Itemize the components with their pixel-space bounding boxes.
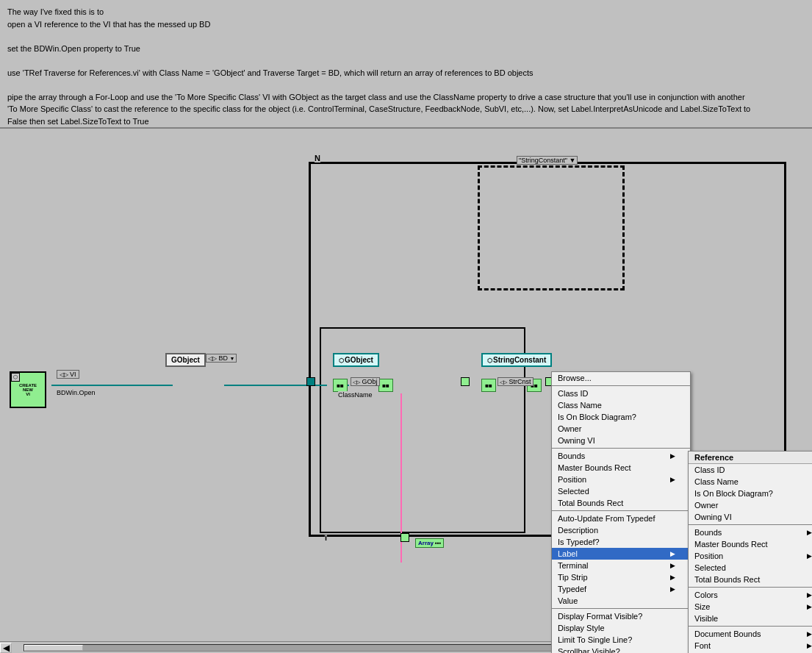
bd-text: BD bbox=[219, 354, 229, 362]
bd-dropdown: ▼ bbox=[230, 356, 235, 361]
menu-selected[interactable]: Selected bbox=[552, 485, 690, 497]
ref-class-id[interactable]: Class ID bbox=[689, 464, 812, 476]
ref-bounds-arrow-icon: ▶ bbox=[807, 529, 812, 536]
menu-display-style-label: Display Style bbox=[558, 624, 605, 632]
menu-scrollbar-visible-label: Scrollbar Visible? bbox=[558, 647, 620, 653]
menu-display-format-visible[interactable]: Display Format Visible? bbox=[552, 610, 690, 622]
ref-class-name-label: Class Name bbox=[694, 477, 739, 486]
ref-visible[interactable]: Visible bbox=[689, 613, 812, 624]
ref-sep-2 bbox=[689, 587, 812, 588]
menu-browse-label: Browse... bbox=[558, 374, 592, 382]
tunnel-2 bbox=[461, 377, 470, 386]
create-new-vi-label: CREATENEWVI bbox=[19, 383, 37, 396]
ref-sep-3 bbox=[689, 626, 812, 627]
ref-colors[interactable]: Colors ▶ bbox=[689, 589, 812, 601]
tunnel-1 bbox=[306, 377, 315, 386]
vi-arrow: ◁▷ bbox=[60, 371, 68, 378]
menu-limit-single-line[interactable]: Limit To Single Line? bbox=[552, 634, 690, 646]
top-text-area: The way I've fixed this is to open a VI … bbox=[0, 0, 812, 129]
menu-tip-strip[interactable]: Tip Strip ▶ bbox=[552, 571, 690, 583]
diagram-area: N i "StringConstant" ▼ CREATENEWVI ⬡ ◁▷ … bbox=[0, 129, 812, 653]
menu-owning-vi-label: Owning VI bbox=[558, 436, 595, 445]
ref-total-bounds[interactable]: Total Bounds Rect bbox=[689, 574, 812, 585]
ref-size-arrow-icon: ▶ bbox=[807, 603, 812, 610]
text-line-4: set the BDWin.Open property to True bbox=[7, 43, 805, 55]
ref-position[interactable]: Position ▶ bbox=[689, 550, 812, 562]
text-line-3 bbox=[7, 30, 805, 43]
gobject-text-1: GObject bbox=[171, 356, 200, 364]
menu-limit-single-line-label: Limit To Single Line? bbox=[558, 635, 632, 644]
menu-owner[interactable]: Owner bbox=[552, 423, 690, 435]
stringconstant-node[interactable]: ⬡StringConstant bbox=[481, 353, 552, 367]
ref-bounds-label: Bounds bbox=[694, 528, 722, 537]
menu-label-label: Label bbox=[558, 549, 578, 558]
menu-auto-update[interactable]: Auto-Update From Typedef bbox=[552, 513, 690, 524]
menu-class-id[interactable]: Class ID bbox=[552, 388, 690, 399]
ref-document-bounds[interactable]: Document Bounds ▶ bbox=[689, 628, 812, 640]
menu-typedef[interactable]: Typedef ▶ bbox=[552, 583, 690, 595]
gobject-terminal-left-1: ■■ bbox=[333, 379, 348, 392]
menu-owning-vi[interactable]: Owning VI bbox=[552, 435, 690, 446]
menu-total-bounds-label: Total Bounds Rect bbox=[558, 499, 623, 507]
menu-owner-label: Owner bbox=[558, 424, 581, 433]
vi-label-block: ◁▷ VI bbox=[57, 370, 79, 379]
ref-is-on-bd-label: Is On Block Diagram? bbox=[694, 489, 773, 498]
menu-display-format-visible-label: Display Format Visible? bbox=[558, 612, 642, 621]
ref-owning-vi[interactable]: Owning VI bbox=[689, 511, 812, 523]
vi-icon-small: ⬡ bbox=[11, 373, 20, 382]
ref-bounds[interactable]: Bounds ▶ bbox=[689, 527, 812, 538]
ref-total-bounds-label: Total Bounds Rect bbox=[694, 575, 760, 584]
terminal-arrow-icon: ▶ bbox=[670, 562, 675, 569]
ref-selected[interactable]: Selected bbox=[689, 562, 812, 574]
menu-display-style[interactable]: Display Style bbox=[552, 622, 690, 634]
text-line-6: use 'TRef Traverse for References.vi' wi… bbox=[7, 67, 805, 79]
create-new-vi-icon[interactable]: CREATENEWVI ⬡ bbox=[10, 371, 46, 408]
text-line-5 bbox=[7, 54, 805, 67]
menu-master-bounds-label: Master Bounds Rect bbox=[558, 463, 631, 472]
text-line-7 bbox=[7, 79, 805, 91]
gobject-node-1-text: GObject bbox=[345, 356, 373, 364]
ref-doc-bounds-arrow-icon: ▶ bbox=[807, 630, 812, 638]
i-label: i bbox=[325, 533, 327, 542]
ref-is-on-bd[interactable]: Is On Block Diagram? bbox=[689, 488, 812, 499]
typedef-arrow-icon: ▶ bbox=[670, 585, 675, 593]
menu-is-on-bd-label: Is On Block Diagram? bbox=[558, 413, 636, 421]
menu-bounds[interactable]: Bounds ▶ bbox=[552, 450, 690, 462]
menu-master-bounds[interactable]: Master Bounds Rect bbox=[552, 462, 690, 474]
ref-size[interactable]: Size ▶ bbox=[689, 601, 812, 613]
ref-class-name[interactable]: Class Name bbox=[689, 476, 812, 488]
text-line-9: 'To More Specific Class' to cast the ref… bbox=[7, 103, 805, 115]
menu-class-name[interactable]: Class Name bbox=[552, 399, 690, 411]
menu-class-id-label: Class ID bbox=[558, 389, 589, 398]
menu-is-typedef[interactable]: Is Typedef? bbox=[552, 536, 690, 548]
menu-value[interactable]: Value bbox=[552, 595, 690, 607]
gobj-label: ◁▷ GObj bbox=[351, 377, 380, 386]
menu-class-name-label: Class Name bbox=[558, 401, 602, 410]
scrollbar-left-btn[interactable]: ◀ bbox=[0, 643, 12, 653]
menu-terminal[interactable]: Terminal ▶ bbox=[552, 560, 690, 571]
menu-total-bounds[interactable]: Total Bounds Rect bbox=[552, 497, 690, 509]
ref-owner[interactable]: Owner bbox=[689, 499, 812, 511]
ref-owning-vi-label: Owning VI bbox=[694, 513, 732, 521]
menu-description[interactable]: Description bbox=[552, 524, 690, 536]
menu-position[interactable]: Position ▶ bbox=[552, 474, 690, 485]
ref-font[interactable]: Font ▶ bbox=[689, 640, 812, 652]
menu-is-on-bd[interactable]: Is On Block Diagram? bbox=[552, 411, 690, 423]
menu-browse[interactable]: Browse... bbox=[552, 372, 690, 384]
menu-bounds-label: Bounds bbox=[558, 452, 585, 460]
gobject-node-1[interactable]: ⬡GObject bbox=[333, 353, 379, 367]
ref-selected-label: Selected bbox=[694, 563, 726, 572]
stringconstant-node-text: StringConstant bbox=[493, 356, 546, 364]
menu-label[interactable]: Label ▶ bbox=[552, 548, 690, 560]
array-text: Array bbox=[418, 540, 434, 546]
text-line-10: False then set Label.SizeToText to True bbox=[7, 115, 805, 128]
context-menu-primary: Browse... Class ID Class Name Is On Bloc… bbox=[551, 371, 691, 653]
bdwin-open-label: BDWin.Open bbox=[57, 389, 96, 396]
context-menu-reference: Reference Class ID Class Name Is On Bloc… bbox=[688, 451, 812, 653]
ref-class-id-label: Class ID bbox=[694, 465, 725, 474]
menu-scrollbar-visible[interactable]: Scrollbar Visible? bbox=[552, 646, 690, 653]
ref-master-bounds-label: Master Bounds Rect bbox=[694, 540, 768, 549]
ref-sep-1 bbox=[689, 524, 812, 525]
scrollbar-thumb[interactable] bbox=[24, 645, 83, 651]
ref-master-bounds[interactable]: Master Bounds Rect bbox=[689, 538, 812, 550]
